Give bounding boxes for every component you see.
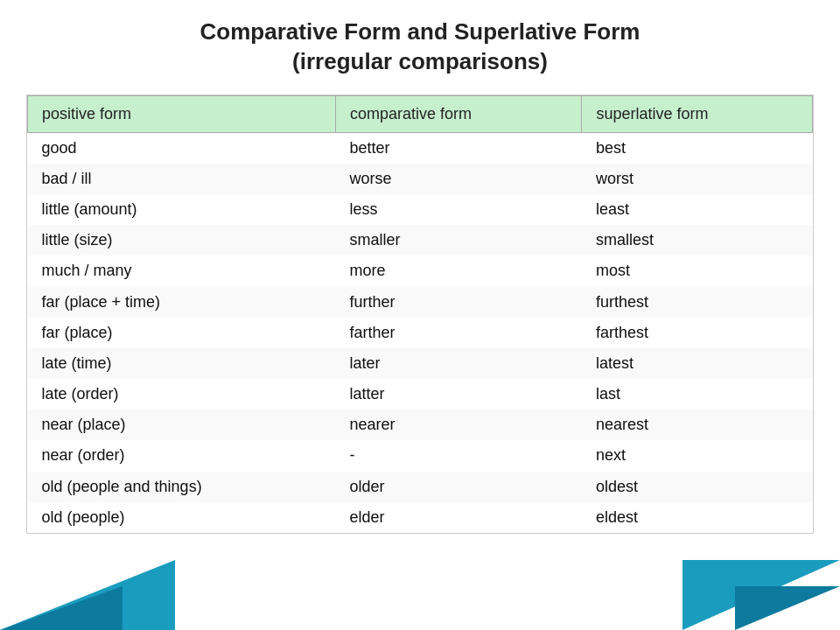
table-cell: worst <box>582 164 813 194</box>
table-cell: - <box>335 440 581 471</box>
table-cell: oldest <box>582 472 813 502</box>
title-line1: Comparative Form and Superlative Form <box>200 18 640 45</box>
triangle-left2 <box>0 586 122 630</box>
table-cell: latest <box>582 348 813 379</box>
table-cell: later <box>335 348 581 379</box>
table-cell: little (size) <box>28 225 336 256</box>
table-cell: far (place) <box>28 318 336 348</box>
table-cell: more <box>335 256 581 286</box>
comparison-table: positive form comparative form superlati… <box>27 95 813 533</box>
table-cell: far (place + time) <box>28 287 336 318</box>
table-cell: nearer <box>335 410 581 440</box>
header-superlative-form: superlative form <box>582 95 813 132</box>
table-cell: old (people and things) <box>28 472 336 502</box>
table-cell: farthest <box>582 318 813 348</box>
table-cell: old (people) <box>28 502 336 533</box>
table-cell: elder <box>335 502 581 533</box>
table-cell: much / many <box>28 256 336 286</box>
table-cell: further <box>335 287 581 318</box>
decorative-bottom <box>0 560 840 630</box>
table-row: late (time)laterlatest <box>28 348 813 379</box>
table-cell: good <box>28 132 336 164</box>
page-title: Comparative Form and Superlative Form (i… <box>200 18 640 77</box>
table-row: far (place + time)furtherfurthest <box>28 287 813 318</box>
table-cell: smaller <box>335 225 581 256</box>
table-row: goodbetterbest <box>28 132 813 164</box>
table-cell: better <box>335 132 581 164</box>
table-row: near (place)nearernearest <box>28 410 813 440</box>
table-cell: late (time) <box>28 348 336 379</box>
table-row: much / manymoremost <box>28 256 813 286</box>
table-cell: older <box>335 472 581 502</box>
table-cell: smallest <box>582 225 813 256</box>
table-cell: near (place) <box>28 410 336 440</box>
table-header-row: positive form comparative form superlati… <box>28 95 813 132</box>
table-row: little (amount)lessleast <box>28 194 813 225</box>
table-cell: farther <box>335 318 581 348</box>
title-line2: (irregular comparisons) <box>292 48 548 74</box>
table-row: bad / illworseworst <box>28 164 813 194</box>
table-cell: next <box>582 440 813 471</box>
table-cell: last <box>582 379 813 410</box>
table-cell: best <box>582 132 813 164</box>
table-cell: less <box>335 194 581 225</box>
table-wrapper: positive form comparative form superlati… <box>26 94 814 534</box>
table-cell: little (amount) <box>28 194 336 225</box>
header-positive-form: positive form <box>28 95 336 132</box>
table-cell: late (order) <box>28 379 336 410</box>
table-cell: latter <box>335 379 581 410</box>
table-cell: nearest <box>582 410 813 440</box>
table-cell: least <box>582 194 813 225</box>
table-cell: worse <box>335 164 581 194</box>
table-row: near (order)-next <box>28 440 813 471</box>
table-row: old (people and things)olderoldest <box>28 472 813 502</box>
table-row: far (place)fartherfarthest <box>28 318 813 348</box>
table-cell: most <box>582 256 813 286</box>
table-body: goodbetterbestbad / illworseworstlittle … <box>28 132 813 533</box>
triangle-right2 <box>735 586 840 630</box>
page-container: Comparative Form and Superlative Form (i… <box>0 0 840 630</box>
table-row: late (order)latterlast <box>28 379 813 410</box>
table-cell: near (order) <box>28 440 336 471</box>
table-cell: furthest <box>582 287 813 318</box>
table-cell: bad / ill <box>28 164 336 194</box>
table-row: little (size)smallersmallest <box>28 225 813 256</box>
table-cell: eldest <box>582 502 813 533</box>
table-row: old (people)eldereldest <box>28 502 813 533</box>
header-comparative-form: comparative form <box>335 95 581 132</box>
